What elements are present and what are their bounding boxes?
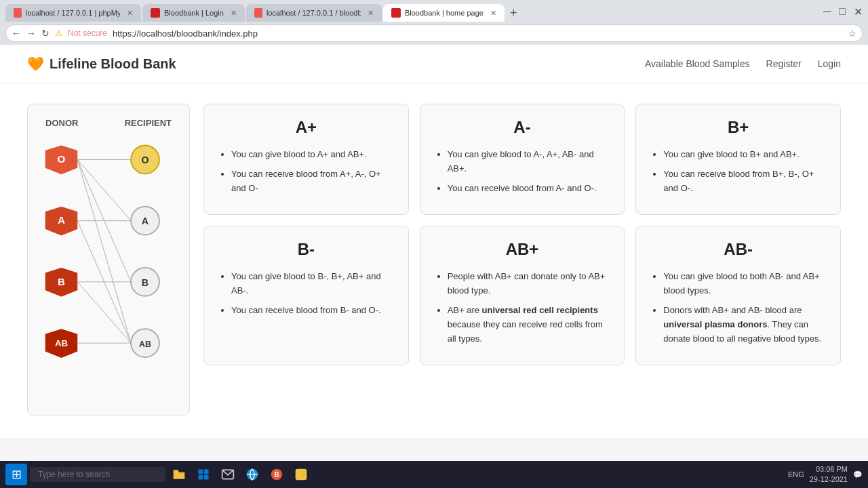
- card-abminus: AB- You can give blood to both AB- and A…: [635, 226, 841, 365]
- line-o-a: [77, 159, 131, 220]
- not-secure-label: Not secure: [68, 28, 107, 38]
- compatibility-svg: O A B AB O A: [39, 139, 174, 396]
- card-aplus-type: A+: [218, 118, 395, 137]
- card-bplus-item-1: You can receive blood from B+, B-, O+ an…: [663, 167, 827, 196]
- card-abplus-type: AB+: [434, 240, 611, 259]
- tab-phpmyadmin[interactable]: localhost / 127.0.0.1 | phpMyAd... ✕: [5, 4, 141, 22]
- recipient-o-label: O: [141, 155, 149, 165]
- nav-links: Available Blood Samples Register Login: [645, 58, 841, 69]
- tab-close-btn[interactable]: ✕: [127, 9, 133, 18]
- nav-available-blood[interactable]: Available Blood Samples: [645, 58, 750, 69]
- card-bplus-type: B+: [650, 118, 827, 137]
- recipient-b-label: B: [142, 277, 149, 288]
- card-abminus-item-0: You can give blood to both AB- and AB+ b…: [663, 270, 827, 298]
- card-abplus-item-1: AB+ are universal red cell recipients be…: [448, 304, 611, 346]
- tab-favicon: [254, 8, 262, 18]
- line-b-ab: [77, 282, 131, 343]
- nav-register[interactable]: Register: [766, 58, 802, 69]
- card-bplus-list: You can give blood to B+ and AB+. You ca…: [650, 148, 827, 195]
- line-o-ab: [77, 159, 131, 343]
- universal-recipients-bold: universal red cell recipients: [482, 305, 598, 315]
- card-aminus: A- You can give blood to A-, A+, AB- and…: [420, 104, 625, 215]
- tab-label: Bloodbank | Login: [164, 9, 224, 17]
- donor-b-label: B: [58, 276, 65, 287]
- page-content: 🧡 Lifeline Blood Bank Available Blood Sa…: [0, 45, 868, 438]
- recipient-label: RECIPIENT: [125, 118, 172, 128]
- card-aminus-list: You can give blood to A-, A+, AB- and AB…: [434, 148, 611, 195]
- card-bminus-list: You can give blood to B-, B+, AB+ and AB…: [218, 270, 395, 317]
- refresh-button[interactable]: ↻: [41, 28, 50, 39]
- card-abplus: AB+ People with AB+ can donate only to A…: [420, 226, 625, 365]
- tab-close-btn[interactable]: ✕: [490, 9, 496, 18]
- recipient-a-label: A: [142, 216, 149, 226]
- bookmark-icon[interactable]: ☆: [848, 28, 856, 39]
- card-bplus-item-0: You can give blood to B+ and AB+.: [663, 148, 827, 162]
- tab-home-active[interactable]: Bloodbank | home page ✕: [383, 4, 505, 22]
- tab-favicon: [151, 8, 160, 18]
- nav-login[interactable]: Login: [818, 58, 841, 69]
- donor-a-label: A: [58, 214, 65, 226]
- tab-close-btn[interactable]: ✕: [231, 9, 237, 18]
- close-button[interactable]: ✕: [854, 5, 863, 18]
- tab-label: Bloodbank | home page: [405, 9, 484, 17]
- brand-name: Lifeline Blood Bank: [50, 56, 176, 72]
- browser-window: localhost / 127.0.0.1 | phpMyAd... ✕ Blo…: [0, 0, 868, 438]
- card-abminus-list: You can give blood to both AB- and AB+ b…: [650, 270, 827, 346]
- card-aminus-item-0: You can give blood to A-, A+, AB- and AB…: [448, 148, 611, 176]
- minimize-button[interactable]: ─: [823, 5, 831, 18]
- security-icon: ⚠: [55, 28, 62, 38]
- tab-favicon: [14, 8, 22, 18]
- tab-login[interactable]: Bloodbank | Login ✕: [142, 4, 245, 22]
- card-abminus-type: AB-: [650, 240, 827, 259]
- card-bminus-type: B-: [218, 240, 395, 259]
- card-abminus-item-1: Donors with AB+ and AB- blood are univer…: [663, 304, 827, 346]
- card-aminus-item-1: You can receive blood from A- and O-.: [448, 182, 611, 196]
- blood-type-diagram: DONOR RECIPIENT O A B: [27, 104, 190, 415]
- address-bar: ← → ↻ ⚠ Not secure https://localhost/blo…: [5, 24, 863, 42]
- tab-bloodbank-local[interactable]: localhost / 127.0.0.1 / bloodban... ✕: [246, 4, 382, 22]
- navbar: 🧡 Lifeline Blood Bank Available Blood Sa…: [0, 45, 868, 83]
- blood-type-cards: A+ You can give blood to A+ and AB+. You…: [203, 104, 841, 365]
- tab-bar: localhost / 127.0.0.1 | phpMyAd... ✕ Blo…: [0, 0, 868, 22]
- brand-emoji: 🧡: [27, 56, 44, 72]
- card-aplus: A+ You can give blood to A+ and AB+. You…: [203, 104, 409, 215]
- card-bminus-item-0: You can give blood to B-, B+, AB+ and AB…: [231, 270, 395, 298]
- card-aminus-type: A-: [434, 118, 611, 137]
- tab-favicon: [391, 8, 401, 18]
- forward-button[interactable]: →: [26, 28, 36, 39]
- card-abplus-list: People with AB+ can donate only to AB+ b…: [434, 270, 611, 346]
- donor-label: DONOR: [45, 118, 78, 128]
- maximize-button[interactable]: □: [839, 5, 846, 18]
- card-bminus: B- You can give blood to B-, B+, AB+ and…: [203, 226, 409, 365]
- tab-label: localhost / 127.0.0.1 | phpMyAd...: [26, 9, 120, 17]
- brand: 🧡 Lifeline Blood Bank: [27, 56, 176, 72]
- main-content: DONOR RECIPIENT O A B: [0, 83, 868, 436]
- tab-label: localhost / 127.0.0.1 / bloodban...: [267, 9, 361, 17]
- tab-close-btn[interactable]: ✕: [368, 9, 374, 18]
- url-display[interactable]: https://localhost/bloodbank/index.php: [113, 28, 843, 39]
- card-aplus-item-1: You can receive blood from A+, A-, O+ an…: [231, 167, 395, 196]
- card-aplus-list: You can give blood to A+ and AB+. You ca…: [218, 148, 395, 195]
- diagram-header: DONOR RECIPIENT: [39, 118, 178, 128]
- card-abplus-item-0: People with AB+ can donate only to AB+ b…: [448, 270, 611, 298]
- new-tab-button[interactable]: +: [506, 6, 521, 20]
- universal-plasma-bold: universal plasma donors: [663, 319, 767, 329]
- card-aplus-item-0: You can give blood to A+ and AB+.: [231, 148, 395, 162]
- donor-ab-label: AB: [55, 338, 68, 348]
- card-bminus-item-1: You can receive blood from B- and O-.: [231, 304, 395, 318]
- donor-o-label: O: [58, 153, 66, 165]
- back-button[interactable]: ←: [12, 28, 21, 39]
- card-bplus: B+ You can give blood to B+ and AB+. You…: [635, 104, 841, 215]
- recipient-ab-label: AB: [139, 340, 151, 349]
